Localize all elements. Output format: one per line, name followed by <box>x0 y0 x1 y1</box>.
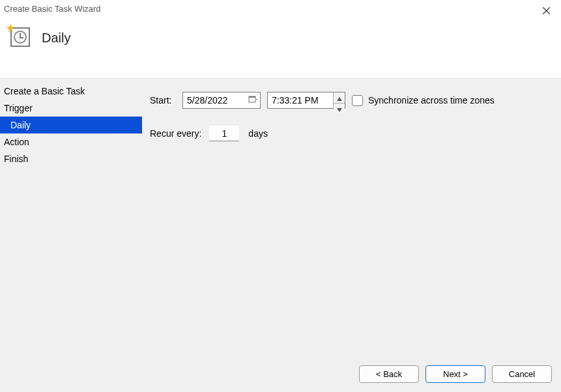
days-label: days <box>248 128 268 139</box>
svg-marker-5 <box>256 99 257 100</box>
cancel-button[interactable]: Cancel <box>492 365 552 383</box>
time-spin-down[interactable] <box>334 104 345 114</box>
sidebar-item-trigger[interactable]: Trigger <box>0 100 142 117</box>
start-time-value: 7:33:21 PM <box>272 95 319 105</box>
wizard-steps-sidebar: Create a Basic Task Trigger Daily Action… <box>0 79 142 392</box>
start-time-picker[interactable]: 7:33:21 PM <box>267 92 345 109</box>
date-dropdown-button[interactable] <box>246 92 260 108</box>
chevron-down-icon <box>337 104 342 114</box>
sidebar-item-create-basic-task[interactable]: Create a Basic Task <box>0 83 142 100</box>
time-spinner <box>333 92 345 108</box>
svg-marker-7 <box>337 108 342 112</box>
chevron-up-icon <box>337 92 342 103</box>
recur-every-input[interactable] <box>209 126 239 141</box>
sync-timezones-label: Synchronize across time zones <box>368 95 495 105</box>
start-label: Start: <box>150 95 182 105</box>
sync-timezones-checkbox[interactable] <box>352 95 363 106</box>
back-button[interactable]: < Back <box>359 365 419 383</box>
task-wizard-icon <box>5 26 31 49</box>
calendar-dropdown-icon <box>248 95 257 106</box>
sidebar-item-finish[interactable]: Finish <box>0 150 142 167</box>
page-title: Daily <box>42 31 70 46</box>
start-date-value: 5/28/2022 <box>187 95 227 105</box>
time-spin-up[interactable] <box>334 92 345 104</box>
svg-marker-6 <box>337 97 342 101</box>
recur-every-label: Recur every: <box>150 128 201 139</box>
close-button[interactable] <box>539 4 553 18</box>
svg-marker-2 <box>7 24 14 33</box>
close-icon <box>543 7 550 16</box>
sidebar-item-daily[interactable]: Daily <box>0 117 142 133</box>
start-date-picker[interactable]: 5/28/2022 <box>182 92 261 109</box>
window-title: Create Basic Task Wizard <box>4 4 101 14</box>
svg-rect-4 <box>249 96 255 98</box>
next-button[interactable]: Next > <box>425 365 485 383</box>
wizard-header: Daily <box>0 18 561 65</box>
sidebar-item-action[interactable]: Action <box>0 133 142 150</box>
